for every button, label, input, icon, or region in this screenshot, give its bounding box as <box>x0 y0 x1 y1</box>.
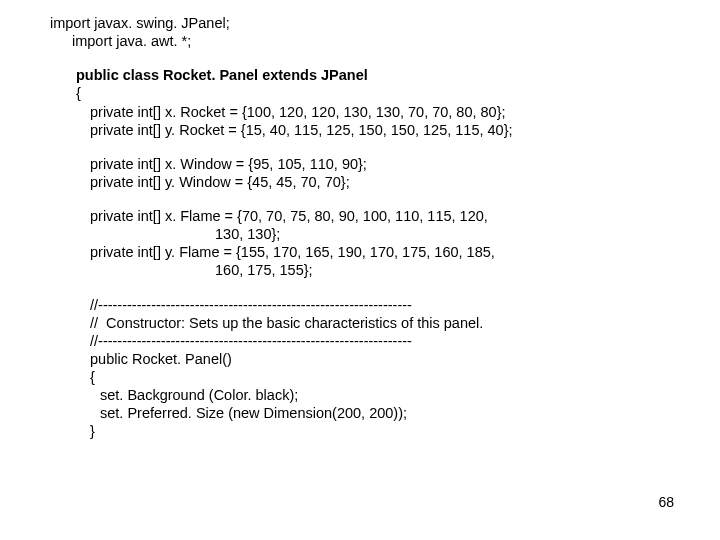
code-line: private int[] x. Window = {95, 105, 110,… <box>50 155 720 173</box>
comment-separator: //--------------------------------------… <box>50 332 720 350</box>
code-line: private int[] x. Flame = {70, 70, 75, 80… <box>50 207 720 225</box>
code-line: } <box>50 422 720 440</box>
code-line: { <box>50 84 720 102</box>
code-line: 160, 175, 155}; <box>50 261 720 279</box>
code-line: import java. awt. *; <box>50 32 720 50</box>
code-slide: import javax. swing. JPanel; import java… <box>0 0 720 441</box>
code-line: private int[] y. Window = {45, 45, 70, 7… <box>50 173 720 191</box>
code-line: set. Background (Color. black); <box>50 386 720 404</box>
code-line: public Rocket. Panel() <box>50 350 720 368</box>
code-line: 130, 130}; <box>50 225 720 243</box>
comment-separator: //--------------------------------------… <box>50 296 720 314</box>
comment-line: // Constructor: Sets up the basic charac… <box>50 314 720 332</box>
code-line: { <box>50 368 720 386</box>
code-line: set. Preferred. Size (new Dimension(200,… <box>50 404 720 422</box>
code-line: private int[] y. Rocket = {15, 40, 115, … <box>50 121 720 139</box>
code-line: import javax. swing. JPanel; <box>50 14 720 32</box>
code-line: public class Rocket. Panel extends JPane… <box>50 66 720 84</box>
page-number: 68 <box>658 494 674 510</box>
code-line: private int[] y. Flame = {155, 170, 165,… <box>50 243 720 261</box>
code-line: private int[] x. Rocket = {100, 120, 120… <box>50 103 720 121</box>
